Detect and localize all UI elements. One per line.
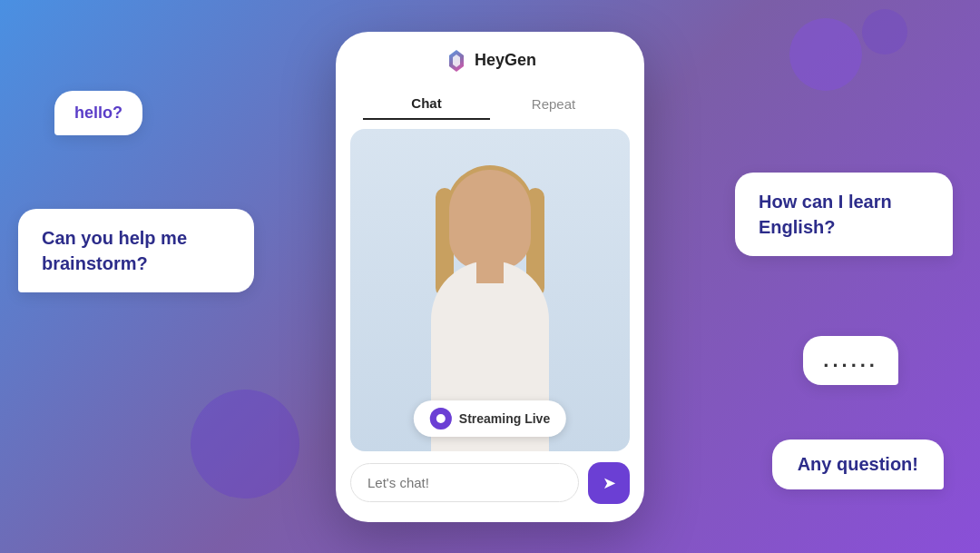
phone-mockup: HeyGen Chat Repeat bbox=[336, 32, 644, 522]
streaming-indicator bbox=[430, 408, 452, 430]
heygen-logo: HeyGen bbox=[444, 48, 536, 74]
speech-bubble-brainstorm: Can you help me brainstorm? bbox=[18, 209, 254, 292]
phone-header: HeyGen bbox=[336, 32, 644, 83]
speech-bubble-hello: hello? bbox=[54, 91, 142, 135]
app-name: HeyGen bbox=[475, 51, 536, 70]
streaming-label: Streaming Live bbox=[459, 411, 550, 426]
bg-decoration-circle-2 bbox=[789, 18, 862, 91]
chat-input-area: ➤ bbox=[336, 451, 644, 522]
bg-decoration-circle-3 bbox=[862, 9, 907, 54]
streaming-badge: Streaming Live bbox=[414, 400, 566, 437]
send-icon: ➤ bbox=[603, 473, 616, 493]
tab-chat[interactable]: Chat bbox=[363, 88, 490, 120]
speech-bubble-question: Any question! bbox=[772, 439, 944, 489]
tab-bar: Chat Repeat bbox=[336, 83, 644, 129]
streaming-ring bbox=[430, 408, 452, 430]
avatar-head bbox=[449, 170, 531, 270]
heygen-logo-icon bbox=[444, 48, 469, 74]
bg-decoration-circle-1 bbox=[191, 390, 299, 499]
chat-input[interactable] bbox=[350, 463, 579, 502]
send-button[interactable]: ➤ bbox=[588, 462, 630, 504]
tab-repeat[interactable]: Repeat bbox=[490, 89, 617, 119]
speech-bubble-english: How can I learn English? bbox=[735, 173, 953, 256]
avatar-neck bbox=[476, 261, 504, 283]
speech-bubble-dots: ...... bbox=[803, 336, 898, 385]
avatar-video-area: Streaming Live bbox=[350, 129, 630, 451]
